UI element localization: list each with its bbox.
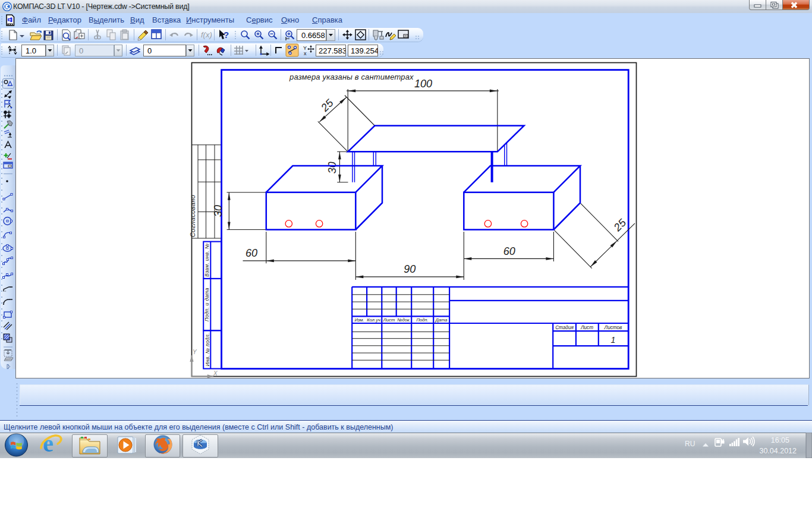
svg-text:Лист: Лист [580, 325, 593, 330]
svg-text:Стадия: Стадия [555, 325, 574, 330]
svg-text:Подп. и дата: Подп. и дата [204, 288, 210, 321]
svg-text:размера указаны в сантиметрах: размера указаны в сантиметрах [289, 72, 414, 81]
svg-text:x: x [304, 51, 307, 56]
svg-text:Дата: Дата [435, 317, 447, 323]
svg-text:1: 1 [611, 335, 616, 345]
svg-text:Согласовано: Согласовано [189, 195, 196, 238]
svg-text:90: 90 [404, 263, 416, 275]
svg-text:60: 60 [246, 247, 257, 259]
svg-text:Лист: Лист [383, 317, 395, 323]
svg-text:X: X [213, 370, 218, 377]
svg-text:16:05: 16:05 [771, 436, 789, 444]
svg-text:100: 100 [414, 78, 432, 90]
svg-text:?: ? [224, 30, 229, 40]
svg-text:RU: RU [685, 440, 695, 448]
svg-text:60: 60 [503, 245, 515, 257]
svg-text:Взам. инв. №: Взам. инв. № [204, 244, 210, 277]
svg-text:30: 30 [326, 162, 338, 173]
svg-text:Листов: Листов [604, 325, 623, 330]
svg-text:Подп.: Подп. [416, 317, 428, 323]
svg-text:30.04.2012: 30.04.2012 [759, 447, 797, 455]
svg-text:Кол.уч.: Кол.уч. [367, 317, 382, 323]
svg-text:№док.: №док. [397, 317, 410, 323]
svg-text:f(x): f(x) [201, 30, 212, 39]
svg-text:Изм.: Изм. [354, 317, 364, 323]
svg-text:30: 30 [212, 205, 224, 217]
svg-text:Инв. № подл.: Инв. № подл. [204, 333, 210, 366]
